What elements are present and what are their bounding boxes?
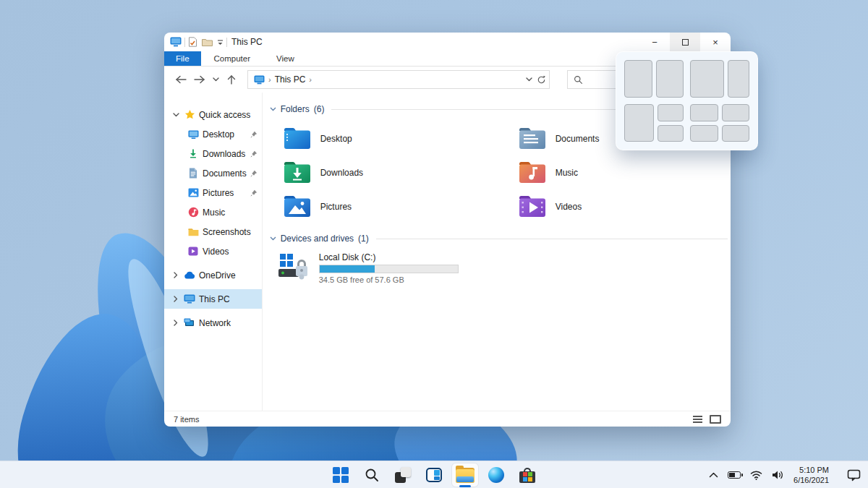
navigation-pane: Quick access Desktop Downloads Documents xyxy=(164,93,263,411)
sidebar-item-desktop[interactable]: Desktop xyxy=(164,124,262,144)
snap-zone[interactable] xyxy=(690,125,718,142)
breadcrumb-this-pc[interactable]: This PC xyxy=(275,74,306,85)
snap-layout-two-columns-equal[interactable] xyxy=(624,60,684,98)
snap-zone[interactable] xyxy=(658,104,684,121)
address-bar[interactable]: › This PC › xyxy=(247,70,550,89)
folder-tile-downloads[interactable]: Downloads xyxy=(283,155,518,189)
back-button[interactable] xyxy=(172,71,190,88)
sidebar-item-label: OneDrive xyxy=(199,270,236,281)
forward-button[interactable] xyxy=(191,71,208,88)
search-icon xyxy=(365,468,379,482)
folder-icon xyxy=(187,226,199,238)
collapse-chevron-icon[interactable] xyxy=(270,107,276,111)
drive-tile-local-disk-c[interactable]: Local Disk (C:) 34.5 GB free of 57.6 GB xyxy=(277,251,459,284)
recent-locations-chevron-icon[interactable] xyxy=(210,71,221,88)
pin-icon xyxy=(250,150,258,158)
snap-layout-left-half-right-stack[interactable] xyxy=(624,104,684,142)
task-view-button[interactable] xyxy=(389,463,417,487)
sidebar-item-music[interactable]: Music xyxy=(164,202,262,222)
hidden-icons-chevron-icon[interactable] xyxy=(709,472,718,478)
maximize-button[interactable] xyxy=(670,33,700,51)
network-icon xyxy=(184,317,195,329)
titlebar-divider xyxy=(184,38,185,47)
volume-icon[interactable] xyxy=(772,470,784,480)
widgets-button[interactable] xyxy=(420,463,448,487)
tray-date: 6/16/2021 xyxy=(793,475,829,485)
breadcrumb-separator: › xyxy=(309,75,312,84)
app-icon xyxy=(170,37,182,47)
snap-zone[interactable] xyxy=(722,125,750,142)
tab-view[interactable]: View xyxy=(263,51,307,66)
tab-computer[interactable]: Computer xyxy=(201,51,264,66)
snap-zone[interactable] xyxy=(624,104,654,142)
sidebar-item-videos[interactable]: Videos xyxy=(164,241,262,261)
snap-layout-two-columns-wide-left[interactable] xyxy=(690,60,749,98)
properties-icon[interactable] xyxy=(188,37,197,47)
store-bag-icon xyxy=(519,468,535,483)
this-pc-monitor-icon xyxy=(184,294,195,305)
breadcrumb-separator: › xyxy=(268,75,271,84)
chevron-right-icon[interactable] xyxy=(171,296,180,302)
sidebar-item-label: Desktop xyxy=(203,129,234,140)
folder-tile-pictures[interactable]: Pictures xyxy=(283,189,518,223)
chevron-down-icon[interactable] xyxy=(171,113,180,117)
sidebar-item-this-pc[interactable]: This PC xyxy=(164,289,262,309)
documents-folder-icon xyxy=(518,127,547,150)
sidebar-item-screenshots[interactable]: Screenshots xyxy=(164,222,262,241)
downloads-folder-icon xyxy=(283,160,312,184)
chevron-right-icon[interactable] xyxy=(171,320,180,326)
snap-zone[interactable] xyxy=(656,60,684,98)
notifications-bubble-icon[interactable] xyxy=(847,469,861,481)
start-button[interactable] xyxy=(327,463,354,487)
section-label: Devices and drives xyxy=(281,234,354,244)
windows-logo-icon xyxy=(333,467,349,483)
folder-tile-videos[interactable]: Videos xyxy=(518,189,728,223)
file-explorer-button[interactable] xyxy=(451,463,479,487)
tab-file[interactable]: File xyxy=(164,51,201,66)
sidebar-item-pictures[interactable]: Pictures xyxy=(164,183,262,202)
folder-name: Pictures xyxy=(320,202,352,212)
new-folder-icon[interactable] xyxy=(202,38,213,46)
sidebar-item-quick-access[interactable]: Quick access xyxy=(164,105,262,124)
sidebar-item-network[interactable]: Network xyxy=(164,313,262,333)
file-explorer-icon xyxy=(456,468,475,483)
folder-tile-desktop[interactable]: Desktop xyxy=(283,121,518,155)
close-button[interactable]: × xyxy=(700,33,731,51)
sidebar-item-label: Screenshots xyxy=(203,227,251,237)
snap-zone[interactable] xyxy=(690,60,724,98)
up-button[interactable] xyxy=(223,71,240,88)
search-button[interactable] xyxy=(358,463,386,487)
snap-zone[interactable] xyxy=(624,60,652,98)
section-count: (1) xyxy=(358,234,369,244)
desktop-monitor-icon xyxy=(187,129,199,140)
picture-icon xyxy=(187,187,199,199)
microsoft-store-button[interactable] xyxy=(514,463,541,487)
wifi-icon[interactable] xyxy=(750,470,762,480)
sidebar-item-label: Quick access xyxy=(199,110,250,120)
qat-customize-icon[interactable] xyxy=(217,39,224,46)
snap-zone[interactable] xyxy=(658,125,684,142)
large-icons-view-icon[interactable] xyxy=(710,415,721,424)
document-icon xyxy=(187,168,199,179)
sidebar-item-documents[interactable]: Documents xyxy=(164,163,262,183)
battery-icon[interactable] xyxy=(728,471,741,479)
sidebar-item-label: Pictures xyxy=(203,188,234,198)
snap-zone[interactable] xyxy=(722,104,750,121)
snap-layout-quad-grid[interactable] xyxy=(690,104,749,142)
clock[interactable]: 5:10 PM 6/16/2021 xyxy=(793,465,829,486)
address-dropdown-chevron-icon[interactable] xyxy=(526,77,532,82)
minimize-button[interactable]: − xyxy=(639,33,670,51)
edge-button[interactable] xyxy=(482,463,510,487)
drives-section-header[interactable]: Devices and drives (1) xyxy=(270,234,728,244)
snap-zone[interactable] xyxy=(728,60,749,98)
chevron-right-icon[interactable] xyxy=(171,272,180,278)
sidebar-item-onedrive[interactable]: OneDrive xyxy=(164,265,262,285)
section-rule xyxy=(376,239,728,239)
collapse-chevron-icon[interactable] xyxy=(270,236,276,241)
titlebar[interactable]: This PC − × xyxy=(164,33,731,51)
details-view-icon[interactable] xyxy=(693,416,702,423)
refresh-icon[interactable] xyxy=(537,75,546,85)
folder-tile-music[interactable]: Music xyxy=(518,155,728,189)
snap-zone[interactable] xyxy=(690,104,718,121)
sidebar-item-downloads[interactable]: Downloads xyxy=(164,144,262,163)
